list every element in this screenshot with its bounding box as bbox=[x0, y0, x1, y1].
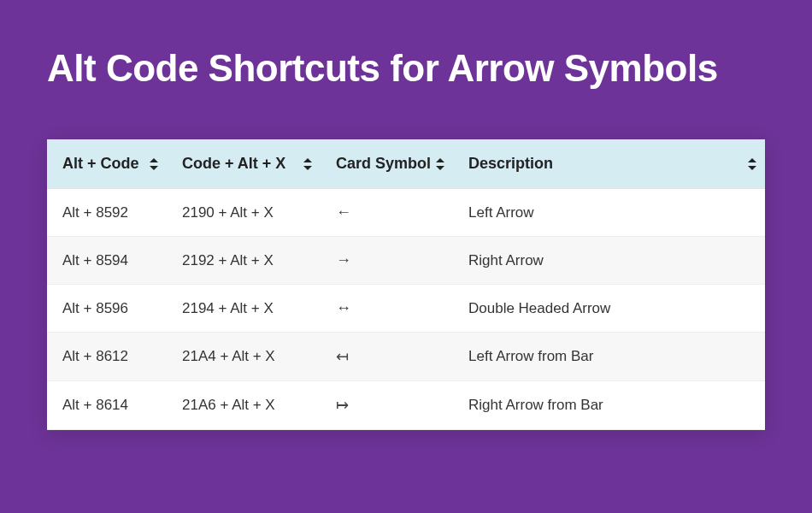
cell-hex: 21A6 + Alt + X bbox=[167, 381, 321, 430]
cell-sym: ← bbox=[321, 189, 453, 237]
col-header-label: Alt + Code bbox=[62, 155, 139, 172]
table-header-row: Alt + Code Code + Alt + X Card Symbol De… bbox=[47, 139, 765, 189]
cell-desc: Left Arrow bbox=[453, 189, 765, 237]
cell-hex: 21A4 + Alt + X bbox=[167, 333, 321, 381]
col-header-label: Description bbox=[468, 155, 553, 172]
col-header-card-symbol[interactable]: Card Symbol bbox=[321, 139, 453, 189]
cell-desc: Left Arrow from Bar bbox=[453, 333, 765, 381]
sort-icon bbox=[748, 158, 756, 170]
cell-hex: 2192 + Alt + X bbox=[167, 237, 321, 285]
cell-desc: Right Arrow from Bar bbox=[453, 381, 765, 430]
table-row: Alt + 85922190 + Alt + X←Left Arrow bbox=[47, 189, 765, 237]
col-header-label: Card Symbol bbox=[336, 155, 431, 172]
table-row: Alt + 85942192 + Alt + X→Right Arrow bbox=[47, 237, 765, 285]
table-row: Alt + 861421A6 + Alt + X↦Right Arrow fro… bbox=[47, 381, 765, 430]
cell-hex: 2190 + Alt + X bbox=[167, 189, 321, 237]
table-row: Alt + 861221A4 + Alt + X↤Left Arrow from… bbox=[47, 333, 765, 381]
cell-sym: ↦ bbox=[321, 381, 453, 430]
cell-alt: Alt + 8596 bbox=[47, 285, 167, 333]
cell-alt: Alt + 8592 bbox=[47, 189, 167, 237]
cell-sym: ↔ bbox=[321, 285, 453, 333]
col-header-description[interactable]: Description bbox=[453, 139, 765, 189]
alt-code-table: Alt + Code Code + Alt + X Card Symbol De… bbox=[47, 139, 765, 430]
cell-sym: ↤ bbox=[321, 333, 453, 381]
sort-icon bbox=[303, 158, 312, 170]
cell-alt: Alt + 8614 bbox=[47, 381, 167, 430]
cell-desc: Double Headed Arrow bbox=[453, 285, 765, 333]
col-header-alt-code[interactable]: Alt + Code bbox=[47, 139, 167, 189]
cell-sym: → bbox=[321, 237, 453, 285]
cell-hex: 2194 + Alt + X bbox=[167, 285, 321, 333]
cell-alt: Alt + 8612 bbox=[47, 333, 167, 381]
page-title: Alt Code Shortcuts for Arrow Symbols bbox=[47, 47, 765, 90]
cell-desc: Right Arrow bbox=[453, 237, 765, 285]
sort-icon bbox=[436, 158, 444, 170]
table-row: Alt + 85962194 + Alt + X↔Double Headed A… bbox=[47, 285, 765, 333]
col-header-code-alt-x[interactable]: Code + Alt + X bbox=[167, 139, 321, 189]
sort-icon bbox=[150, 158, 158, 170]
cell-alt: Alt + 8594 bbox=[47, 237, 167, 285]
col-header-label: Code + Alt + X bbox=[182, 155, 285, 172]
